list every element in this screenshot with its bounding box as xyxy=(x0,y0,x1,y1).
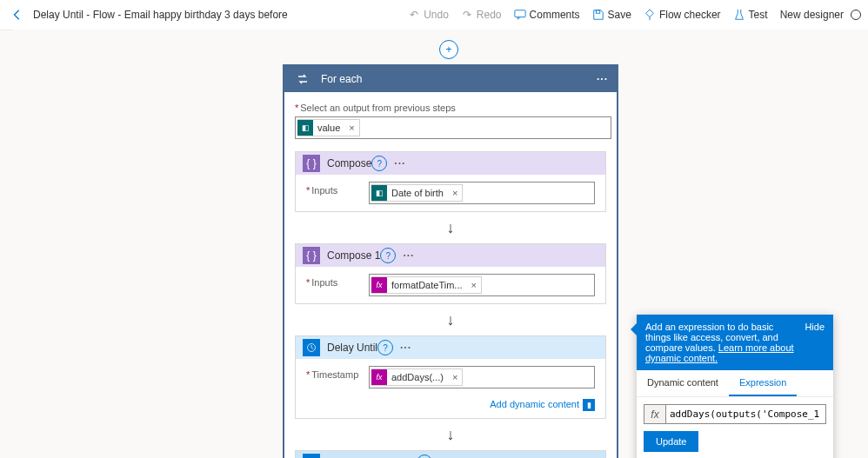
comment-icon xyxy=(514,9,526,21)
info-button[interactable]: ? xyxy=(380,248,396,263)
redo-icon: ↷ xyxy=(461,9,473,21)
foreach-output-field[interactable]: ◧value× xyxy=(295,116,611,139)
tab-expression[interactable]: Expression xyxy=(729,370,797,396)
send-email-card[interactable]: Send an email (V2) ? ··· *To BDBabacar D… xyxy=(295,450,606,458)
expression-input[interactable] xyxy=(666,405,825,423)
dob-token[interactable]: ◧Date of birth× xyxy=(371,184,463,202)
connector-arrow: ↓ xyxy=(295,217,606,238)
sharepoint-icon: ◧ xyxy=(371,185,387,201)
delay-title: Delay Until xyxy=(327,342,377,354)
value-token[interactable]: ◧value× xyxy=(297,119,360,136)
sharepoint-icon: ◧ xyxy=(297,120,313,136)
formatdate-token[interactable]: fxformatDateTim...× xyxy=(371,276,482,294)
foreach-card[interactable]: For each ··· *Select an output from prev… xyxy=(283,64,618,458)
compose-menu[interactable]: ··· xyxy=(394,157,405,169)
dynamic-badge-icon: ▮ xyxy=(583,399,595,411)
remove-token[interactable]: × xyxy=(344,123,358,133)
compose-icon: { } xyxy=(303,247,320,264)
fx-icon: fx xyxy=(371,277,387,293)
compose1-menu[interactable]: ··· xyxy=(403,249,414,262)
undo-button: ↶Undo xyxy=(408,9,449,21)
top-toolbar: Delay Until - Flow - Email happy birthda… xyxy=(0,0,868,30)
outlook-icon xyxy=(303,454,320,458)
new-designer-toggle[interactable]: New designer xyxy=(780,9,861,21)
test-icon xyxy=(733,9,745,21)
adddays-token[interactable]: fxaddDays(...)× xyxy=(371,368,463,386)
add-dynamic-content-link[interactable]: Add dynamic content▮ xyxy=(296,395,605,418)
svg-rect-1 xyxy=(596,10,599,14)
delay-card[interactable]: Delay Until ? ··· *Timestamp fxaddDays(.… xyxy=(295,335,606,419)
foreach-menu[interactable]: ··· xyxy=(597,73,608,85)
update-button[interactable]: Update xyxy=(644,431,698,452)
timestamp-label: *Timestamp xyxy=(306,366,369,380)
compose-card[interactable]: { } Compose ? ··· *Inputs ◧Date of birth… xyxy=(295,151,606,212)
foreach-title: For each xyxy=(321,73,597,85)
connector-arrow: ↓ xyxy=(295,309,606,330)
compose1-card[interactable]: { } Compose 1 ? ··· *Inputs fxformatDate… xyxy=(295,243,606,304)
flow-checker-button[interactable]: Flow checker xyxy=(644,9,721,21)
compose1-inputs-field[interactable]: fxformatDateTim...× xyxy=(369,274,595,296)
expression-input-wrapper: fx xyxy=(644,404,826,424)
compose-title: Compose xyxy=(327,157,371,169)
back-button[interactable] xyxy=(7,4,28,25)
flow-title: Delay Until - Flow - Email happy birthda… xyxy=(33,9,288,21)
foreach-icon xyxy=(293,70,312,89)
panel-caret-icon xyxy=(631,323,637,335)
toggle-icon xyxy=(851,10,861,20)
compose1-inputs-label: *Inputs xyxy=(306,274,369,288)
fx-icon: fx xyxy=(644,405,666,423)
timestamp-field[interactable]: fxaddDays(...)× xyxy=(369,366,595,388)
checker-icon xyxy=(644,9,656,21)
tab-dynamic-content[interactable]: Dynamic content xyxy=(637,370,729,396)
expression-help-text: Add an expression to do basic things lik… xyxy=(645,322,798,363)
remove-token[interactable]: × xyxy=(467,280,481,290)
compose1-title: Compose 1 xyxy=(327,249,380,262)
svg-rect-0 xyxy=(514,10,524,17)
compose-icon: { } xyxy=(303,155,320,172)
info-button[interactable]: ? xyxy=(371,156,387,171)
save-icon xyxy=(592,9,604,21)
foreach-select-label: *Select an output from previous steps xyxy=(295,103,606,113)
delay-menu[interactable]: ··· xyxy=(400,342,411,354)
compose-inputs-field[interactable]: ◧Date of birth× xyxy=(369,182,595,204)
delay-icon xyxy=(303,339,320,356)
hide-panel-button[interactable]: Hide xyxy=(805,322,825,332)
info-button[interactable]: ? xyxy=(377,340,393,355)
fx-icon: fx xyxy=(371,369,387,385)
compose-inputs-label: *Inputs xyxy=(306,182,369,196)
remove-token[interactable]: × xyxy=(448,188,462,198)
remove-token[interactable]: × xyxy=(448,372,462,382)
redo-button: ↷Redo xyxy=(461,9,502,21)
comments-button[interactable]: Comments xyxy=(514,9,580,21)
save-button[interactable]: Save xyxy=(592,9,631,21)
expression-panel: Add an expression to do basic things lik… xyxy=(637,315,833,458)
test-button[interactable]: Test xyxy=(733,9,768,21)
connector-arrow: ↓ xyxy=(295,424,606,445)
info-button[interactable]: ? xyxy=(417,455,432,458)
undo-icon: ↶ xyxy=(408,9,420,21)
add-step-button[interactable]: + xyxy=(439,40,458,59)
